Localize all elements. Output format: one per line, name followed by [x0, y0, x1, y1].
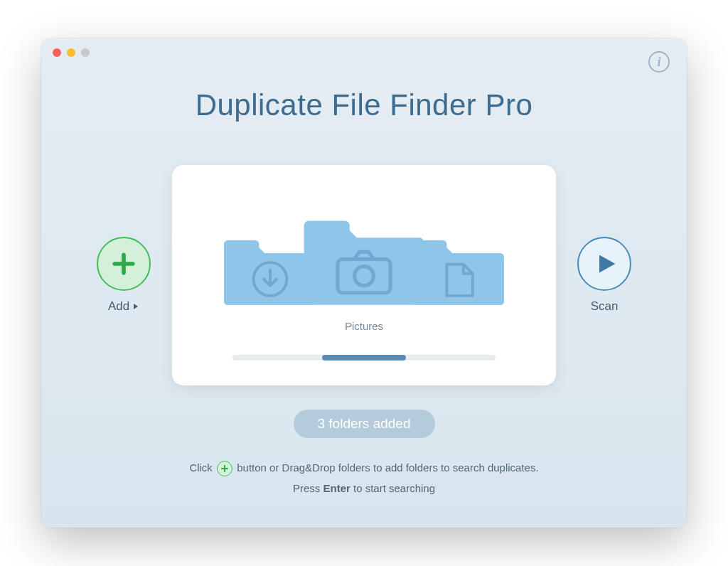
maximize-window-button[interactable]: [81, 48, 90, 57]
folder-download-icon: [224, 233, 316, 307]
plus-icon: [112, 252, 136, 276]
folder-downloads[interactable]: [224, 233, 316, 307]
scan-column: Scan: [577, 237, 631, 314]
add-label: Add: [108, 299, 139, 314]
scan-label: Scan: [591, 299, 619, 314]
add-button[interactable]: [97, 237, 151, 291]
app-window: i Duplicate File Finder Pro Add: [41, 38, 687, 528]
folder-camera-icon: [304, 211, 424, 307]
close-window-button[interactable]: [53, 48, 61, 57]
info-icon: i: [657, 55, 660, 70]
minimize-window-button[interactable]: [67, 48, 75, 57]
carousel-scrollbar[interactable]: [232, 355, 496, 361]
folders-row: [186, 201, 542, 307]
folder-document-icon: [412, 233, 504, 307]
play-icon: [596, 253, 617, 274]
selected-folder-label: Pictures: [345, 320, 383, 332]
info-button[interactable]: i: [648, 51, 670, 73]
status-badge: 3 folders added: [294, 410, 435, 438]
hint-text: Click button or Drag&Drop folders to add…: [41, 458, 687, 498]
window-controls: [53, 48, 90, 57]
carousel-scrollbar-thumb[interactable]: [322, 355, 406, 361]
plus-icon-small: [217, 461, 232, 476]
chevron-right-icon: [132, 303, 139, 310]
app-title: Duplicate File Finder Pro: [41, 88, 687, 122]
folders-card[interactable]: Pictures: [172, 165, 556, 385]
add-column: Add: [97, 237, 151, 314]
folder-documents[interactable]: [412, 233, 504, 307]
main-row: Add: [41, 165, 687, 385]
folder-pictures[interactable]: [304, 211, 424, 307]
scan-button[interactable]: [577, 237, 631, 291]
